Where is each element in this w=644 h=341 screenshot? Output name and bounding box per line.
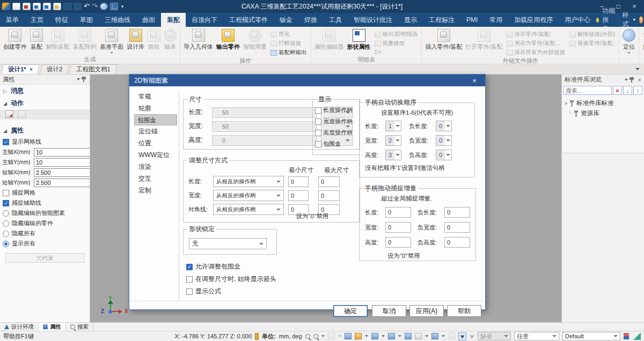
shading-mode-icon[interactable] <box>371 333 378 339</box>
minor-axis-y-input[interactable] <box>34 179 90 187</box>
close-tab-icon[interactable]: × <box>30 66 33 72</box>
assemble-button[interactable]: 装配 <box>28 28 45 52</box>
section-message[interactable]: ▷消息 <box>0 85 90 97</box>
neg-width-snap-input[interactable] <box>444 222 470 233</box>
nav-item-general[interactable]: 常规 <box>134 91 177 102</box>
nav-item-interaction[interactable]: 交互 <box>134 173 177 184</box>
length-order-spinner[interactable]: 1 <box>385 121 401 131</box>
neg-height-order-spinner[interactable]: 0 <box>436 150 452 160</box>
width-snap-input[interactable] <box>385 222 411 233</box>
checkbox-icon[interactable] <box>315 141 321 147</box>
create-part-button[interactable]: 创建零件 <box>2 28 28 52</box>
apply-button[interactable]: 应用(A) <box>409 305 444 317</box>
undo-icon[interactable]: ↶ <box>84 3 90 10</box>
panel-menu-icon[interactable] <box>625 79 628 81</box>
tree-item-resource[interactable]: └资源库 <box>564 108 642 118</box>
config-select[interactable]: Default <box>562 332 620 340</box>
chevron-down-icon[interactable] <box>613 335 618 337</box>
nav-item-outline[interactable]: 轮廓 <box>134 102 177 114</box>
close-button[interactable]: × <box>627 2 642 11</box>
assembly-tree-icon[interactable] <box>110 3 118 10</box>
width-mode-select[interactable]: 从相反的操作柄 <box>213 190 284 201</box>
chevron-down-icon[interactable] <box>365 335 368 337</box>
style-caret-icon[interactable] <box>633 19 636 21</box>
zoom-options-icon[interactable] <box>313 334 318 339</box>
open-file-icon[interactable] <box>23 3 31 10</box>
open-drawing-icon[interactable] <box>43 3 51 10</box>
tab-common[interactable]: 常用 <box>484 13 508 27</box>
show-gridline-checkbox[interactable]: ✓显示网格线 <box>0 137 90 147</box>
zoom-icon[interactable] <box>305 334 310 339</box>
cancel-button[interactable]: 取消 <box>372 305 406 317</box>
close-panel-icon[interactable]: × <box>638 77 641 83</box>
radio-hide-edited-part[interactable]: 隐藏编辑的零件 <box>0 218 90 228</box>
width-min-input[interactable] <box>288 190 309 201</box>
web-icon[interactable] <box>100 3 108 10</box>
box-display-icon[interactable] <box>431 333 438 339</box>
filter-select[interactable]: 任意 <box>514 332 559 340</box>
neg-length-snap-input[interactable] <box>444 207 470 218</box>
search-down-icon[interactable]: ↓ <box>623 86 632 95</box>
expander-icon[interactable]: > <box>565 101 567 106</box>
style-menu[interactable]: 样式 <box>623 11 630 29</box>
pin-icon[interactable] <box>83 77 87 82</box>
chevron-down-icon[interactable] <box>382 335 385 337</box>
doc-tabs-overflow-icon[interactable] <box>635 68 640 70</box>
tab-search[interactable]: 搜索 <box>66 323 93 331</box>
doc-tab-drawing1[interactable]: 工程图文档1 <box>69 64 118 74</box>
select-cursor-button[interactable]: ➤ <box>458 332 466 340</box>
tab-properties[interactable]: 属性 <box>39 323 66 331</box>
section-property[interactable]: ◢属性 <box>0 124 90 137</box>
part-display-icon[interactable] <box>355 333 362 339</box>
datum-plane-button[interactable]: 基准平面 <box>98 28 125 55</box>
doc-tab-design2[interactable]: 设计2 <box>40 64 69 74</box>
nav-item-render[interactable]: 渲染 <box>134 161 177 173</box>
show-formula-checkbox[interactable]: 显示公式 <box>186 287 221 296</box>
checkbox-icon[interactable] <box>315 118 321 125</box>
tab-feature[interactable]: 特征 <box>49 13 74 27</box>
diagonal-mode-select[interactable]: 从相反的操作柄 <box>213 204 284 215</box>
qat-dropdown-icon[interactable]: ▾ <box>121 4 124 9</box>
checkbox-icon[interactable] <box>315 130 321 136</box>
tab-display[interactable]: 显示 <box>398 13 423 27</box>
section-action[interactable]: ◢动作 <box>0 97 90 109</box>
tab-tools[interactable]: 工具 <box>323 13 348 27</box>
search-up-icon[interactable]: ↑ <box>633 86 642 95</box>
width-order-spinner[interactable]: 2 <box>385 135 401 146</box>
pin-icon[interactable] <box>631 77 635 83</box>
doc-tab-design1[interactable]: 设计1*× <box>1 64 40 74</box>
tab-user-center[interactable]: 用户中心 <box>559 13 596 27</box>
chevron-down-icon[interactable] <box>398 335 401 337</box>
chevron-down-icon[interactable] <box>442 335 445 337</box>
tab-engineering-dim[interactable]: 工程标注 <box>423 13 460 27</box>
shape-lock-select[interactable]: 无 <box>189 238 267 249</box>
panel-menu-icon[interactable] <box>77 78 80 80</box>
explode-button[interactable]: 爆炸 <box>641 28 644 55</box>
width-max-input[interactable] <box>318 190 340 201</box>
length-max-input[interactable] <box>318 176 340 187</box>
chevron-down-icon[interactable] <box>425 335 428 337</box>
dialog-titlebar[interactable]: 2D智能图素 × <box>129 75 485 86</box>
tab-sketch[interactable]: 草图 <box>74 13 99 27</box>
position-button[interactable]: 定位 <box>621 28 637 55</box>
neg-length-order-spinner[interactable]: 0 <box>436 121 452 131</box>
tab-smart-annotation[interactable]: 智能设计批注 <box>348 13 398 27</box>
major-axis-x-input[interactable] <box>34 148 90 157</box>
new-file-icon[interactable] <box>12 3 20 10</box>
tab-welding[interactable]: 焊接 <box>298 13 323 27</box>
nav-item-www[interactable]: WWW定位 <box>134 149 177 161</box>
tab-sheet-metal[interactable]: 钣金 <box>274 13 298 27</box>
design-library-button[interactable]: 设计库 <box>125 28 146 52</box>
anchor-display-icon[interactable] <box>388 333 395 339</box>
length-min-input[interactable] <box>288 176 309 187</box>
ok-button[interactable]: 确定 <box>333 305 368 317</box>
chevron-down-icon[interactable] <box>321 335 325 337</box>
tab-3d-curve[interactable]: 三维曲线 <box>99 13 136 27</box>
prism-view-icon[interactable] <box>405 333 412 339</box>
minor-axis-x-input[interactable] <box>34 168 90 177</box>
neg-height-snap-input[interactable] <box>444 237 470 248</box>
library-search-input[interactable] <box>564 86 612 95</box>
height-order-spinner[interactable]: 3 <box>385 150 401 160</box>
shape-properties-button[interactable]: 形状属性 <box>346 28 372 52</box>
checkbox-icon[interactable] <box>315 107 321 114</box>
